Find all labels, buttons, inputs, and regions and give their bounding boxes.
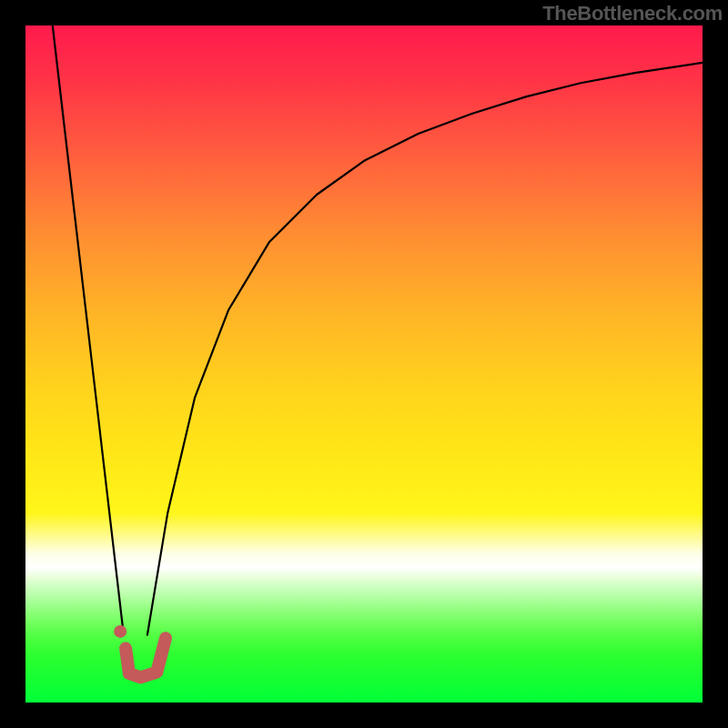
valley-marker-dot (114, 625, 126, 638)
chart-frame: TheBottleneck.com (0, 0, 728, 728)
plot-area (25, 25, 703, 703)
chart-svg-layer (25, 25, 703, 703)
valley-marker-path (126, 638, 166, 677)
watermark-text: TheBottleneck.com (542, 2, 723, 25)
chart-series-group (53, 25, 703, 635)
series-right-curve (147, 63, 703, 635)
series-left-slope (53, 25, 124, 635)
valley-marker-group (114, 625, 166, 678)
